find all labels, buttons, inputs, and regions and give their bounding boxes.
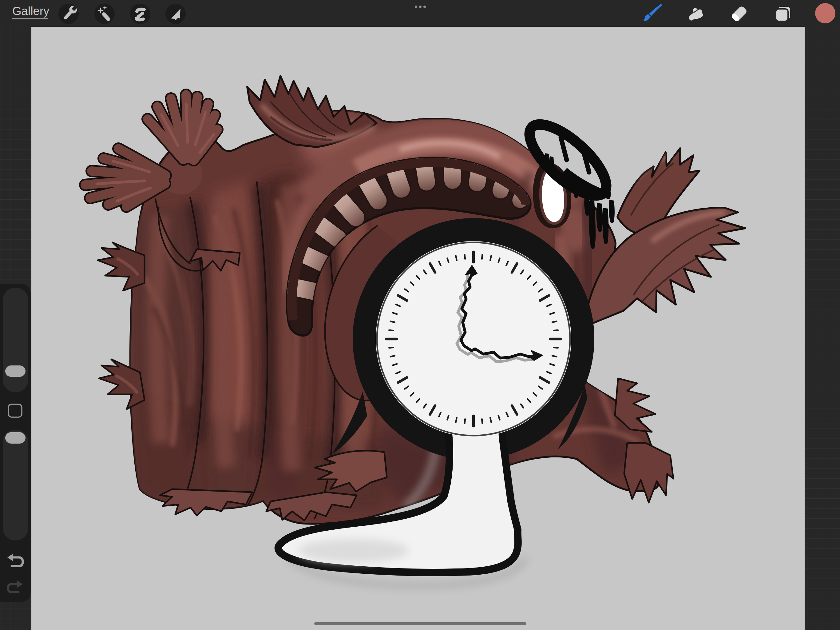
svg-text:Gallery: Gallery: [12, 5, 49, 17]
